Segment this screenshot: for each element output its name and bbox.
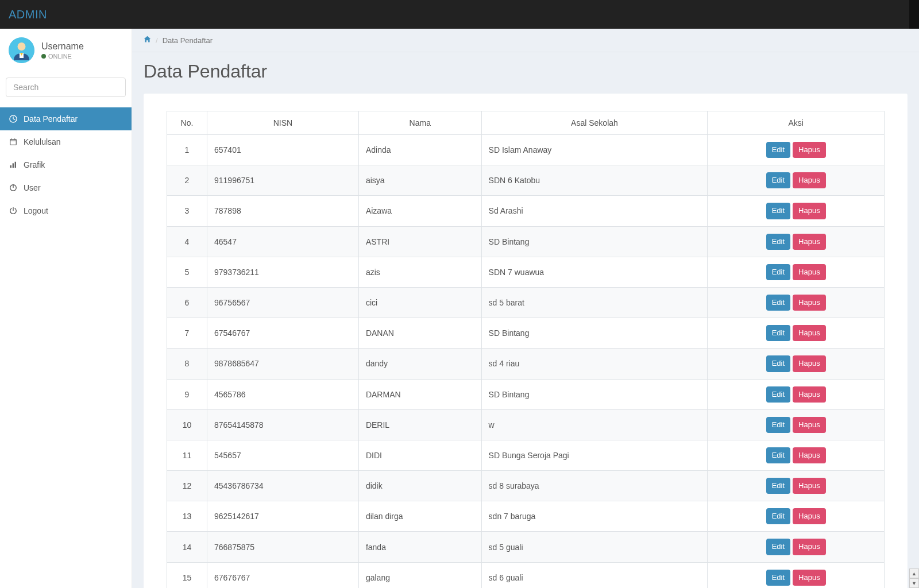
nav-label: Kelululsan — [24, 137, 61, 146]
edit-button[interactable]: Edit — [766, 417, 790, 433]
sidebar-item-user[interactable]: User — [0, 176, 132, 199]
delete-button[interactable]: Hapus — [793, 234, 826, 250]
cell-asal: sd 4 riau — [481, 349, 708, 379]
cell-asal: w — [481, 409, 708, 440]
cell-asal: SD Bintang — [481, 379, 708, 409]
cell-nama: DARMAN — [358, 379, 481, 409]
sidebar-item-grafik[interactable]: Grafik — [0, 153, 132, 176]
table-row: 767546767DANANSD BintangEditHapus — [167, 318, 885, 349]
cell-actions: EditHapus — [708, 226, 885, 257]
cell-asal: sd 5 guali — [481, 532, 708, 562]
edit-button[interactable]: Edit — [766, 386, 790, 403]
cell-no: 6 — [167, 287, 207, 318]
edit-button[interactable]: Edit — [766, 447, 790, 463]
svg-rect-8 — [10, 165, 11, 168]
cell-nama: aisya — [358, 165, 481, 196]
cell-no: 14 — [167, 532, 207, 562]
breadcrumb: / Data Pendaftar — [132, 29, 919, 52]
delete-button[interactable]: Hapus — [793, 386, 826, 403]
status-text: ONLINE — [48, 53, 72, 60]
chart-icon — [9, 160, 18, 169]
main-content: / Data Pendaftar Data Pendaftar No.NISNN… — [132, 29, 919, 588]
cell-no: 2 — [167, 165, 207, 196]
delete-button[interactable]: Hapus — [793, 417, 826, 433]
sidebar-item-kelululsan[interactable]: Kelululsan — [0, 130, 132, 153]
delete-button[interactable]: Hapus — [793, 142, 826, 158]
username-label: Username — [41, 41, 84, 52]
table-row: 2911996751aisyaSDN 6 KatobuEditHapus — [167, 165, 885, 196]
cell-actions: EditHapus — [708, 471, 885, 501]
table-row: 3787898AizawaSd ArashiEditHapus — [167, 196, 885, 226]
scrollbar-track-top — [909, 0, 919, 29]
scroll-arrows: ▲ ▼ — [909, 568, 919, 588]
delete-button[interactable]: Hapus — [793, 325, 826, 341]
cell-no: 9 — [167, 379, 207, 409]
cell-nisn: 9878685647 — [207, 349, 359, 379]
cell-nisn: 911996751 — [207, 165, 359, 196]
nav-label: Data Pendaftar — [24, 114, 78, 123]
edit-button[interactable]: Edit — [766, 203, 790, 219]
cell-nisn: 766875875 — [207, 532, 359, 562]
cell-actions: EditHapus — [708, 440, 885, 470]
cell-nama: Aizawa — [358, 196, 481, 226]
edit-button[interactable]: Edit — [766, 172, 790, 188]
calendar-icon — [9, 137, 18, 146]
delete-button[interactable]: Hapus — [793, 295, 826, 311]
home-icon[interactable] — [144, 36, 151, 45]
data-table: No.NISNNamaAsal SekolahAksi 1657401Adind… — [167, 111, 885, 588]
column-header: Aksi — [708, 111, 885, 135]
cell-asal: SDN 6 Katobu — [481, 165, 708, 196]
sidebar-item-data-pendaftar[interactable]: Data Pendaftar — [0, 107, 132, 130]
cell-actions: EditHapus — [708, 379, 885, 409]
search-input[interactable] — [6, 78, 126, 97]
edit-button[interactable]: Edit — [766, 264, 790, 280]
edit-button[interactable]: Edit — [766, 142, 790, 158]
cell-asal: SD Bunga Seroja Pagi — [481, 440, 708, 470]
delete-button[interactable]: Hapus — [793, 508, 826, 524]
delete-button[interactable]: Hapus — [793, 172, 826, 188]
power-icon — [9, 183, 18, 192]
user-panel: Username ONLINE — [0, 29, 132, 72]
cell-nisn: 4565786 — [207, 379, 359, 409]
edit-button[interactable]: Edit — [766, 508, 790, 524]
cell-nisn: 96756567 — [207, 287, 359, 318]
cell-no: 3 — [167, 196, 207, 226]
cell-asal: sd 6 guali — [481, 562, 708, 588]
delete-button[interactable]: Hapus — [793, 539, 826, 555]
cell-asal: Sd Arashi — [481, 196, 708, 226]
delete-button[interactable]: Hapus — [793, 570, 826, 586]
page-title: Data Pendaftar — [144, 61, 908, 82]
edit-button[interactable]: Edit — [766, 325, 790, 341]
table-row: 1245436786734didiksd 8 surabayaEditHapus — [167, 471, 885, 501]
cell-nisn: 46547 — [207, 226, 359, 257]
cell-nisn: 657401 — [207, 135, 359, 165]
cell-actions: EditHapus — [708, 135, 885, 165]
edit-button[interactable]: Edit — [766, 234, 790, 250]
scroll-down-icon[interactable]: ▼ — [909, 578, 919, 588]
delete-button[interactable]: Hapus — [793, 355, 826, 372]
cell-nisn: 67676767 — [207, 562, 359, 588]
delete-button[interactable]: Hapus — [793, 447, 826, 463]
table-row: 1087654145878DERILwEditHapus — [167, 409, 885, 440]
delete-button[interactable]: Hapus — [793, 264, 826, 280]
cell-no: 5 — [167, 257, 207, 287]
brand-logo[interactable]: ADMIN — [9, 8, 47, 21]
edit-button[interactable]: Edit — [766, 570, 790, 586]
cell-nama: DANAN — [358, 318, 481, 349]
cell-actions: EditHapus — [708, 165, 885, 196]
cell-actions: EditHapus — [708, 409, 885, 440]
sidebar-item-logout[interactable]: Logout — [0, 199, 132, 222]
cell-nama: dandy — [358, 349, 481, 379]
cell-actions: EditHapus — [708, 562, 885, 588]
cell-nisn: 9625142617 — [207, 501, 359, 532]
edit-button[interactable]: Edit — [766, 478, 790, 494]
column-header: NISN — [207, 111, 359, 135]
edit-button[interactable]: Edit — [766, 295, 790, 311]
delete-button[interactable]: Hapus — [793, 203, 826, 219]
scroll-up-icon[interactable]: ▲ — [909, 568, 919, 578]
edit-button[interactable]: Edit — [766, 539, 790, 555]
cell-nisn: 545657 — [207, 440, 359, 470]
edit-button[interactable]: Edit — [766, 355, 790, 372]
data-card: No.NISNNamaAsal SekolahAksi 1657401Adind… — [144, 94, 908, 588]
delete-button[interactable]: Hapus — [793, 478, 826, 494]
